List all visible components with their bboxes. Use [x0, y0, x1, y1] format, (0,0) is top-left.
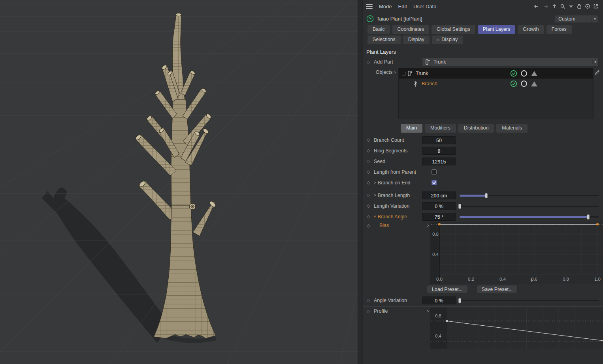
expand-icon[interactable] — [593, 3, 599, 9]
hamburger-icon[interactable] — [366, 4, 373, 9]
tab-distribution[interactable]: Distribution — [458, 124, 494, 133]
chevron-down-icon[interactable]: > — [373, 216, 377, 218]
up-arrow-icon[interactable] — [551, 3, 558, 9]
param-ring-segments: ◇ Ring Segments 8 — [363, 145, 603, 156]
param-label: Branch Count — [374, 137, 404, 143]
preset-dropdown-value: Custom — [555, 16, 592, 22]
tab-display-2[interactable]: ⌂Display — [432, 36, 463, 44]
tab-growth[interactable]: Growth — [518, 25, 544, 34]
load-preset-button[interactable]: Load Preset... — [427, 285, 468, 293]
enabled-check-icon[interactable] — [510, 70, 517, 77]
objects-row: Objects> - Trunk Branch — [363, 68, 603, 119]
objects-list[interactable]: - Trunk Branch — [398, 68, 594, 119]
param-label: Ring Segments — [374, 148, 407, 154]
branch-angle-slider[interactable] — [460, 214, 599, 220]
object-row-branch[interactable]: Branch — [399, 79, 593, 89]
application-window: Mode Edit User Data Taiao Plant [toPlant… — [0, 0, 603, 364]
triangle-icon[interactable] — [531, 81, 538, 87]
tab-display[interactable]: Display — [403, 36, 430, 44]
seed-input[interactable]: 12915 — [422, 158, 456, 165]
param-branch-angle: ◇ >Branch Angle 75 ° — [363, 211, 603, 222]
save-preset-button[interactable]: Save Preset... — [477, 285, 518, 293]
visibility-circle-icon[interactable] — [520, 80, 528, 87]
tab-main[interactable]: Main — [401, 124, 422, 133]
attributes-panel: Mode Edit User Data Taiao Plant [toPlant… — [363, 0, 603, 364]
target-icon[interactable] — [584, 3, 591, 9]
object-row-trunk[interactable]: - Trunk — [399, 68, 593, 79]
angle-variation-slider[interactable] — [460, 298, 599, 303]
tab-row-2: Selections Display ⌂Display — [363, 35, 603, 45]
param-label: Length from Parent — [374, 169, 416, 175]
ring-segments-input[interactable]: 8 — [422, 147, 456, 155]
svg-text:0.2: 0.2 — [468, 277, 474, 281]
profile-curve-editor[interactable]: 0.80.4 — [430, 308, 603, 349]
tab-coordinates[interactable]: Coordinates — [392, 25, 429, 34]
filter-icon[interactable] — [568, 3, 574, 9]
svg-text:0.8: 0.8 — [432, 232, 439, 236]
param-label: Angle Variation — [374, 298, 407, 303]
viewport-panel-divider[interactable] — [358, 0, 363, 364]
length-from-parent-checkbox[interactable] — [432, 169, 437, 174]
diamond-icon: ◇ — [367, 169, 374, 174]
tab-global-settings[interactable]: Global Settings — [432, 25, 475, 34]
preset-dropdown[interactable]: Custom ▼ — [555, 15, 598, 23]
edit-pencil-icon[interactable] — [594, 69, 600, 75]
tab-basic[interactable]: Basic — [367, 25, 390, 34]
chevron-right-icon[interactable]: > — [374, 193, 376, 197]
angle-variation-input[interactable]: 0 % — [422, 296, 456, 304]
menu-mode[interactable]: Mode — [379, 4, 392, 9]
bias-curve-editor[interactable]: 0.80.40.00.20.40.60.81.0 — [430, 222, 603, 284]
tab-modifiers[interactable]: Modifiers — [425, 124, 456, 133]
chevron-right-icon[interactable]: > — [374, 180, 376, 185]
svg-text:0.6: 0.6 — [531, 277, 537, 281]
branch-length-slider[interactable] — [460, 193, 599, 198]
chevron-right-icon[interactable]: > — [427, 223, 429, 228]
chevron-right-icon[interactable]: > — [427, 309, 429, 313]
add-part-dropdown[interactable]: Trunk ▼ — [422, 57, 599, 67]
triangle-icon[interactable] — [531, 70, 538, 77]
viewport-3d[interactable] — [0, 0, 358, 364]
menu-user-data[interactable]: User Data — [413, 4, 437, 9]
separator — [363, 189, 603, 189]
visibility-circle-icon[interactable] — [520, 70, 528, 77]
object-name[interactable]: Trunk — [416, 71, 428, 76]
tab-selections[interactable]: Selections — [367, 36, 401, 44]
param-label: Branch on End — [378, 180, 411, 186]
back-arrow-icon[interactable] — [533, 3, 540, 9]
length-variation-slider[interactable] — [460, 203, 599, 209]
collapse-icon[interactable]: - — [402, 72, 405, 75]
branch-length-input[interactable]: 200 cm — [422, 191, 456, 199]
branch-angle-input[interactable]: 75 ° — [422, 213, 456, 221]
branch-on-end-checkbox[interactable] — [432, 180, 437, 185]
length-variation-input[interactable]: 0 % — [422, 202, 456, 210]
tab-row-1: Basic Coordinates Global Settings Plant … — [363, 24, 603, 35]
viewport-scene — [0, 0, 358, 364]
object-title: Taiao Plant [toPlant] — [377, 16, 422, 22]
add-part-row: ◇ Add Part Trunk ▼ — [363, 57, 603, 67]
tab-materials[interactable]: Materials — [496, 124, 528, 133]
diamond-icon: ◇ — [367, 180, 374, 185]
lock-icon[interactable] — [576, 3, 582, 9]
diamond-icon: ◇ — [367, 203, 374, 208]
svg-text:0.0: 0.0 — [436, 277, 443, 281]
forward-arrow-icon[interactable] — [542, 3, 549, 9]
svg-text:0.4: 0.4 — [435, 334, 442, 338]
tab-forces[interactable]: Forces — [546, 25, 572, 34]
panel-resize-handle[interactable]: ······ — [363, 119, 603, 122]
svg-text:0.4: 0.4 — [499, 277, 506, 281]
diamond-icon: ◇ — [367, 60, 374, 65]
diamond-icon: ◇ — [367, 193, 374, 198]
search-icon[interactable] — [560, 3, 566, 9]
tab-plant-layers[interactable]: Plant Layers — [478, 25, 515, 34]
diamond-icon: ◇ — [367, 308, 374, 314]
add-part-value: Trunk — [433, 59, 592, 65]
object-name[interactable]: Branch — [422, 81, 437, 86]
param-label: Bias — [379, 223, 389, 228]
menu-edit[interactable]: Edit — [398, 4, 407, 9]
enabled-check-icon[interactable] — [510, 80, 517, 87]
param-branch-count: ◇ Branch Count 50 — [363, 135, 603, 145]
branch-count-input[interactable]: 50 — [422, 136, 456, 144]
param-bias: ◇ Bias> 0.80.40.00.20.40.60.81.0 — [363, 222, 603, 284]
param-label: Profile — [374, 308, 388, 314]
param-angle-variation: ◇ Angle Variation 0 % — [363, 295, 603, 306]
